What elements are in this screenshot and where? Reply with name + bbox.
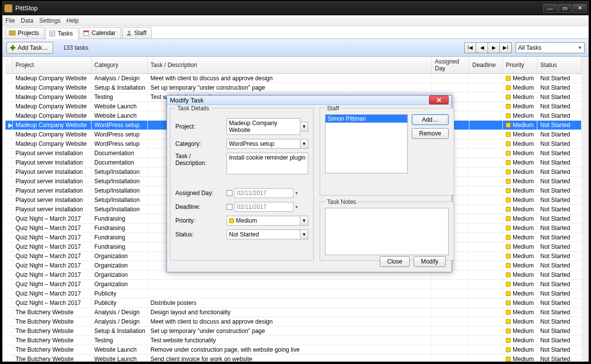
menu-settings[interactable]: Settings	[39, 17, 61, 24]
col-project[interactable]: Project	[12, 57, 91, 74]
staff-list[interactable]: Simon Pittman	[325, 114, 408, 173]
staff-add-button[interactable]: Add…	[412, 114, 449, 125]
chevron-down-icon: ▼	[300, 122, 308, 132]
col-description[interactable]: Task / Description	[147, 57, 432, 74]
col-status[interactable]: Status	[537, 57, 582, 74]
assigned-value[interactable]	[234, 188, 294, 198]
priority-dropdown[interactable]: Medium ▼	[227, 216, 308, 226]
assigned-date-input[interactable]: ▾	[227, 188, 308, 198]
close-button[interactable]: ✕	[573, 4, 587, 13]
priority-label: Priority:	[175, 217, 223, 224]
chevron-down-icon: ▾	[296, 204, 298, 209]
table-row[interactable]: Quiz Night – March 2017PublicityMediumNo…	[5, 289, 582, 298]
tab-bar: Projects Tasks Calendar Staff	[2, 26, 589, 39]
dialog-modify-action[interactable]: Modify	[414, 256, 446, 267]
panel-title: Task Details	[175, 105, 211, 112]
menubar: File Data Settings Help	[2, 15, 589, 26]
table-row[interactable]: Madeup Company WebsiteAnalysis / DesignM…	[5, 74, 582, 83]
minimize-button[interactable]: ―	[543, 4, 557, 13]
nav-last-button[interactable]: ▶I	[500, 42, 512, 53]
svg-rect-3	[84, 31, 89, 33]
status-label: Status:	[175, 231, 223, 238]
button-label: Add Task…	[18, 44, 48, 51]
chevron-down-icon: ▼	[300, 216, 308, 226]
nav-first-button[interactable]: I◀	[464, 42, 476, 53]
projects-icon	[9, 30, 16, 36]
table-row[interactable]: The Butchery WebsiteTestingTest website …	[5, 336, 582, 345]
description-input[interactable]	[227, 153, 308, 174]
svg-rect-0	[9, 31, 15, 35]
tab-label: Calendar	[92, 30, 116, 36]
table-row[interactable]: The Butchery WebsiteSetup & Installation…	[5, 327, 582, 336]
status-value: Not Started	[229, 231, 259, 238]
priority-dot-icon	[229, 218, 234, 223]
priority-value: Medium	[236, 217, 257, 224]
tab-calendar[interactable]: Calendar	[79, 27, 121, 38]
chevron-down-icon: ▾	[296, 191, 298, 196]
panel-title: Staff	[325, 105, 341, 112]
titlebar: PittStop ― ▭ ✕	[2, 1, 589, 15]
chevron-down-icon: ▼	[300, 139, 308, 149]
menu-help[interactable]: Help	[66, 17, 79, 24]
tasks-icon	[49, 30, 56, 37]
col-deadline[interactable]: Deadline	[469, 57, 503, 74]
app-icon	[4, 4, 12, 12]
project-dropdown[interactable]: Madeup Company Website ▼	[227, 118, 308, 135]
chevron-down-icon: ▼	[300, 230, 308, 239]
task-details-panel: Task Details Project: Madeup Company Web…	[170, 108, 314, 261]
description-label: Task / Description:	[175, 153, 223, 166]
tab-projects[interactable]: Projects	[5, 27, 44, 38]
panel-title: Task Notes	[325, 199, 358, 205]
category-value: WordPress setup	[229, 140, 274, 147]
category-dropdown[interactable]: WordPress setup ▼	[227, 139, 308, 149]
filter-label: All Tasks	[518, 44, 541, 51]
table-row[interactable]: Madeup Company WebsiteSetup & Installati…	[5, 83, 582, 93]
plus-icon: ✚	[10, 45, 16, 51]
tab-label: Staff	[134, 30, 146, 36]
nav-prev-button[interactable]: ◀	[476, 42, 488, 53]
table-row[interactable]: The Butchery WebsiteWebsite LaunchRemove…	[5, 345, 582, 355]
task-notes-panel: Task Notes	[320, 201, 454, 261]
staff-panel: Staff Simon Pittman Add… Remove	[320, 108, 454, 196]
menu-file[interactable]: File	[5, 17, 15, 24]
checkbox-icon[interactable]	[227, 190, 232, 196]
tab-label: Tasks	[58, 30, 73, 37]
table-row[interactable]: The Butchery WebsiteWebsite LaunchSend c…	[5, 355, 582, 362]
menu-data[interactable]: Data	[21, 17, 33, 24]
assigned-label: Assigned Day:	[175, 190, 223, 197]
toolbar: ✚ Add Task… 133 tasks I◀ ◀ ▶ ▶I All Task…	[2, 39, 589, 57]
staff-icon	[126, 30, 132, 36]
dialog-close-action[interactable]: Close	[380, 256, 410, 267]
table-row[interactable]: Quiz Night – March 2017PublicityDistribu…	[5, 298, 582, 308]
project-label: Project:	[175, 123, 223, 130]
task-count: 133 tasks	[63, 44, 88, 51]
nav-buttons: I◀ ◀ ▶ ▶I	[464, 42, 512, 53]
dialog-close-button[interactable]: ✕	[429, 96, 449, 104]
tab-tasks[interactable]: Tasks	[45, 28, 78, 39]
modify-task-dialog: Modify Task ✕ Task Details Project: Made…	[166, 95, 452, 272]
checkbox-icon[interactable]	[227, 204, 232, 210]
task-notes-input[interactable]	[325, 208, 449, 255]
deadline-value[interactable]	[234, 202, 294, 212]
staff-remove-button[interactable]: Remove	[412, 128, 449, 139]
deadline-date-input[interactable]: ▾	[227, 202, 308, 212]
filter-dropdown[interactable]: All Tasks ▼	[516, 42, 585, 53]
nav-next-button[interactable]: ▶	[488, 42, 500, 53]
app-title: PittStop	[15, 4, 38, 12]
add-task-button[interactable]: ✚ Add Task…	[6, 42, 53, 54]
col-priority[interactable]: Priority	[503, 57, 537, 74]
status-dropdown[interactable]: Not Started ▼	[227, 230, 308, 239]
chevron-down-icon: ▼	[578, 45, 582, 50]
dialog-title: Modify Task	[170, 97, 203, 104]
col-category[interactable]: Category	[91, 57, 147, 74]
col-assigned[interactable]: Assigned Day	[432, 57, 469, 74]
tab-label: Projects	[18, 30, 39, 36]
project-value: Madeup Company Website	[229, 120, 298, 133]
tab-staff[interactable]: Staff	[122, 27, 152, 38]
maximize-button[interactable]: ▭	[558, 4, 572, 13]
table-row[interactable]: The Butchery WebsiteAnalysis / DesignMee…	[5, 317, 582, 327]
table-row[interactable]: The Butchery WebsiteAnalysis / DesignDes…	[5, 308, 582, 317]
svg-point-4	[128, 31, 130, 33]
deadline-label: Deadline:	[175, 203, 223, 210]
staff-item[interactable]: Simon Pittman	[326, 115, 407, 123]
